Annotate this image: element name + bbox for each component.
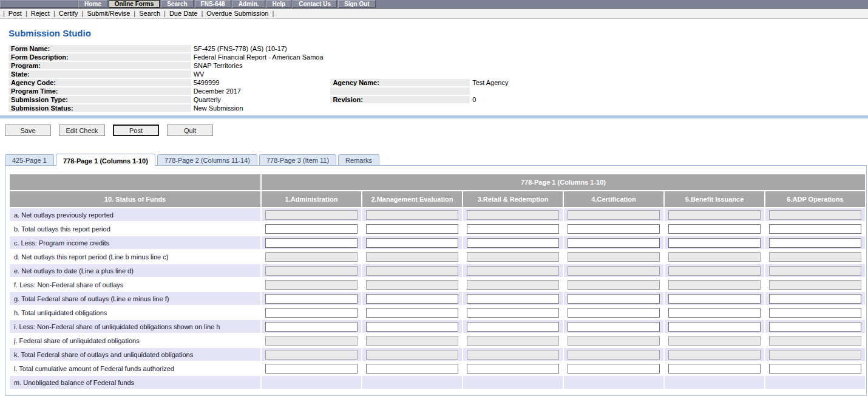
action-link-overdue-submission[interactable]: Overdue Submission [206, 10, 268, 17]
input-c-c3[interactable] [467, 238, 559, 248]
action-link-search[interactable]: Search [139, 10, 160, 17]
input-i-c3[interactable] [467, 322, 559, 332]
grid-cell [564, 236, 663, 249]
row-label: g. Total Federal share of outlays (Line … [10, 292, 260, 305]
input-h-c6[interactable] [769, 308, 861, 318]
input-l-c3[interactable] [467, 364, 559, 374]
detail-label: Agency Code: [8, 79, 191, 86]
nav-button-contact-us[interactable]: Contact Us [293, 0, 337, 8]
action-link-certify[interactable]: Certify [59, 10, 78, 17]
action-link-due-date[interactable]: Due Date [169, 10, 197, 17]
input-b-c3[interactable] [467, 224, 559, 234]
input-g-c6[interactable] [769, 294, 861, 304]
grid-group-title: 778-Page 1 (Columns 1-10) [262, 174, 865, 190]
input-d-c4 [568, 252, 660, 262]
nav-button-help[interactable]: Help [266, 0, 292, 8]
detail-row-agency-code: Agency Code:5499999Agency Name:Test Agen… [8, 79, 609, 86]
input-l-c1[interactable] [265, 364, 358, 374]
input-g-c5[interactable] [668, 294, 761, 304]
grid-row-d: d. Net outlays this report period (Line … [10, 250, 865, 263]
input-l-c6[interactable] [769, 364, 861, 374]
detail-label: Form Description: [8, 53, 191, 61]
grid-cell [362, 376, 462, 389]
detail-value-2: 0 [470, 96, 609, 103]
grid-cell [262, 376, 361, 389]
input-i-c1[interactable] [265, 322, 358, 332]
grid-cell [765, 320, 865, 333]
row-label: a. Net outlays previously reported [10, 208, 260, 221]
grid-row-f: f. Less: Non-Federal share of outlays [10, 278, 865, 291]
input-d-c6 [769, 252, 861, 262]
post-button[interactable]: Post [113, 125, 159, 136]
input-b-c1[interactable] [265, 224, 358, 234]
input-h-c4[interactable] [568, 308, 660, 318]
nav-button-home[interactable]: Home [78, 0, 107, 8]
input-l-c2[interactable] [366, 364, 458, 374]
input-b-c4[interactable] [568, 224, 660, 234]
grid-cell [665, 376, 764, 389]
tab-remarks[interactable]: Remarks [338, 154, 379, 165]
input-c-c5[interactable] [668, 238, 761, 248]
tab-778-page-1-columns-1-10[interactable]: 778-Page 1 (Columns 1-10) [56, 154, 155, 166]
tab-778-page-2-columns-11-14[interactable]: 778-Page 2 (Columns 11-14) [157, 154, 257, 165]
grid-cell [262, 362, 361, 375]
page-title: Submission Studio [8, 28, 868, 38]
input-g-c2[interactable] [366, 294, 458, 304]
edit-check-button[interactable]: Edit Check [59, 125, 105, 136]
detail-label: Form Name: [8, 45, 191, 52]
input-c-c4[interactable] [568, 238, 660, 248]
grid-cell [765, 250, 865, 263]
grid-cell [564, 250, 663, 263]
input-g-c4[interactable] [568, 294, 660, 304]
tab-strip: 425-Page 1778-Page 1 (Columns 1-10)778-P… [5, 152, 868, 165]
nav-button-sign-out[interactable]: Sign Out [338, 0, 376, 8]
nav-button-admin[interactable]: Admin. [232, 0, 265, 8]
nav-button-fns-648[interactable]: FNS-648 [195, 0, 231, 8]
grid-cell [765, 278, 865, 291]
tab-778-page-3-item-11[interactable]: 778-Page 3 (Item 11) [259, 154, 336, 165]
input-j-c5 [668, 336, 761, 346]
quit-button[interactable]: Quit [167, 125, 213, 136]
input-c-c6[interactable] [769, 238, 861, 248]
input-h-c1[interactable] [265, 308, 358, 318]
grid-cell [262, 264, 361, 277]
action-link-submit-revise[interactable]: Submit/Revise [87, 10, 130, 17]
grid-cell [564, 376, 663, 389]
input-l-c4[interactable] [568, 364, 660, 374]
input-i-c2[interactable] [366, 322, 458, 332]
toolbar: SaveEdit CheckPostQuit [5, 125, 868, 136]
input-h-c3[interactable] [467, 308, 559, 318]
grid-cell [262, 348, 361, 361]
detail-label-2: Revision: [330, 96, 470, 103]
input-b-c2[interactable] [366, 224, 458, 234]
input-b-c5[interactable] [668, 224, 761, 234]
input-a-c4 [568, 210, 660, 220]
nav-button-search[interactable]: Search [161, 0, 193, 8]
grid-cell [262, 208, 361, 221]
input-h-c5[interactable] [668, 308, 761, 318]
input-g-c1[interactable] [265, 294, 358, 304]
save-button[interactable]: Save [5, 125, 51, 136]
grid-cell [765, 292, 865, 305]
input-i-c6[interactable] [769, 322, 861, 332]
input-l-c5[interactable] [668, 364, 761, 374]
grid-cell [564, 334, 663, 347]
action-link-reject[interactable]: Reject [31, 10, 50, 17]
input-e-c6 [769, 266, 861, 276]
nav-button-online-forms[interactable]: Online Forms [109, 0, 160, 8]
grid-cell [463, 208, 563, 221]
input-d-c3 [467, 252, 559, 262]
input-b-c6[interactable] [769, 224, 861, 234]
tab-425-page-1[interactable]: 425-Page 1 [5, 154, 54, 165]
input-c-c2[interactable] [366, 238, 458, 248]
input-c-c1[interactable] [265, 238, 358, 248]
grid-cell [564, 306, 663, 319]
input-i-c4[interactable] [568, 322, 660, 332]
detail-row-submission-type: Submission Type:QuarterlyRevision:0 [8, 96, 609, 103]
input-h-c2[interactable] [366, 308, 458, 318]
input-j-c1 [265, 336, 358, 346]
grid-row-h: h. Total unliquidated obligations [10, 306, 865, 319]
action-link-post[interactable]: Post [8, 10, 22, 17]
input-i-c5[interactable] [668, 322, 761, 332]
input-g-c3[interactable] [467, 294, 559, 304]
